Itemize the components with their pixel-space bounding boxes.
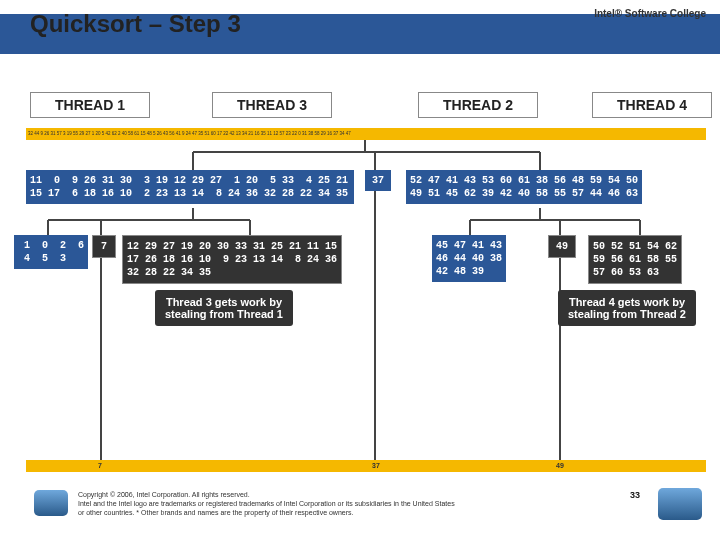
l1-right-block: 52 47 41 43 53 60 61 38 56 48 59 54 5049… [406, 170, 642, 204]
callout-thread4: Thread 4 gets work bystealing from Threa… [558, 290, 696, 326]
bot-pivot-2: 37 [372, 462, 380, 469]
page-number: 33 [630, 490, 640, 500]
l2-ll-block: 1 0 2 6 4 5 3 [14, 235, 88, 269]
thread-3-label: THREAD 3 [212, 92, 332, 118]
l2-rp: 49 [548, 235, 576, 258]
footer-line2: Intel and the Intel logo are trademarks … [78, 500, 455, 507]
header-brand: Intel® Software College [594, 8, 706, 19]
thread-1-label: THREAD 1 [30, 92, 150, 118]
bot-pivot-1: 7 [98, 462, 102, 469]
bot-pivot-3: 49 [556, 462, 564, 469]
l2-rl-block: 45 47 41 4346 44 40 3842 48 39 [432, 235, 506, 282]
intel-logo-left [34, 490, 68, 516]
footer-line3: or other countries. * Other brands and n… [78, 509, 353, 516]
result-bar: 7 37 49 [26, 460, 706, 472]
l1-left-block: 11 0 9 26 31 30 3 19 12 29 27 1 20 5 33 … [26, 170, 354, 204]
footer-line1: Copyright © 2006, Intel Corporation. All… [78, 491, 250, 498]
thread-4-label: THREAD 4 [592, 92, 712, 118]
intel-logo-right [658, 488, 702, 520]
footer-copyright: Copyright © 2006, Intel Corporation. All… [78, 490, 578, 517]
thread-2-label: THREAD 2 [418, 92, 538, 118]
l2-lr-block: 12 29 27 19 20 30 33 31 25 21 11 1517 26… [122, 235, 342, 284]
callout-thread3: Thread 3 gets work bystealing from Threa… [155, 290, 293, 326]
l1-pivot: 37 [365, 170, 391, 191]
full-array-bar: 32 44 9 26 31 57 3 19 55 29 27 1 20 5 42… [26, 128, 706, 140]
l2-lp: 7 [92, 235, 116, 258]
l2-rr-block: 50 52 51 54 6259 56 61 58 5557 60 53 63 [588, 235, 682, 284]
page-title: Quicksort – Step 3 [30, 10, 241, 38]
